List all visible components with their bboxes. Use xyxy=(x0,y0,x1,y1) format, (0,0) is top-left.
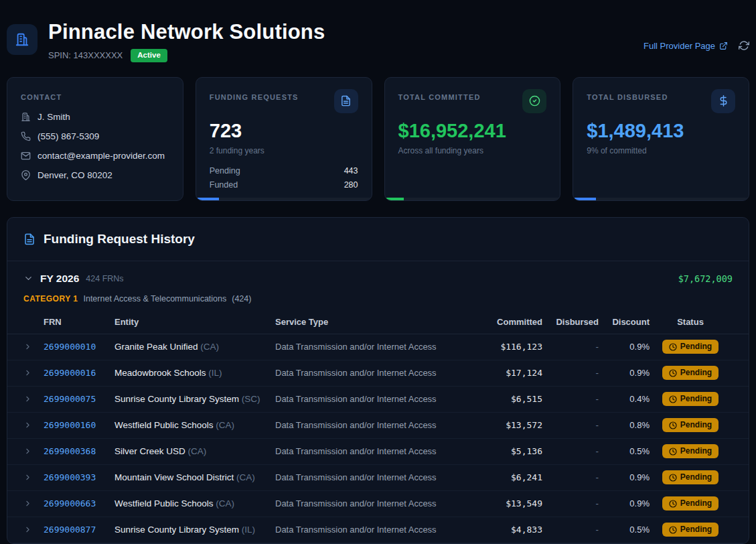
discount-cell: 0.5% xyxy=(599,525,650,535)
service-type-cell: Data Transmission and/or Internet Access xyxy=(275,394,474,404)
pending-label: Pending xyxy=(210,166,240,176)
disbursed-cell: - xyxy=(542,368,599,378)
contact-email: contact@example-provider.com xyxy=(37,151,165,161)
frn-link[interactable]: 2699000010 xyxy=(44,342,115,352)
provider-dashboard: Pinnacle Network Solutions SPIN: 143XXXX… xyxy=(0,0,756,544)
col-header-frn: FRN xyxy=(44,317,115,327)
table-row[interactable]: 2699000663 Westfield Public Schools (CA)… xyxy=(7,491,749,517)
table-row[interactable]: 2699000016 Meadowbrook Schools (IL) Data… xyxy=(7,360,749,387)
history-title: Funding Request History xyxy=(44,232,195,247)
entity-cell: Westfield Public Schools (CA) xyxy=(115,420,275,430)
check-circle-icon xyxy=(522,89,546,113)
chevron-down-icon[interactable] xyxy=(23,273,33,283)
total-committed-label: TOTAL COMMITTED xyxy=(398,89,481,101)
stat-cards: CONTACT J. Smith (555) 867-5309 contact@… xyxy=(7,77,749,201)
status-cell: Pending xyxy=(650,470,731,484)
chevron-right-icon[interactable] xyxy=(23,421,44,429)
frn-link[interactable]: 2699000393 xyxy=(44,472,115,482)
table-row[interactable]: 2699000075 Sunrise County Library System… xyxy=(7,387,749,413)
frn-link[interactable]: 2699000160 xyxy=(44,420,115,430)
table-row[interactable]: 2699000393 Mountain View School District… xyxy=(7,465,749,491)
funding-requests-card: FUNDING REQUESTS 723 2 funding years Pen… xyxy=(196,77,372,201)
spin-label: SPIN: 143XXXXXX xyxy=(48,50,123,60)
discount-cell: 0.9% xyxy=(599,472,650,482)
committed-cell: $17,124 xyxy=(474,368,542,378)
contact-phone-row: (555) 867-5309 xyxy=(21,131,169,141)
funding-requests-value: 723 xyxy=(210,120,358,142)
external-link-icon xyxy=(719,42,728,50)
fy-total: $7,672,009 xyxy=(678,273,733,284)
table-row[interactable]: 2699000368 Silver Creek USD (CA) Data Tr… xyxy=(7,439,749,465)
status-pill: Pending xyxy=(662,523,719,537)
title-block: Pinnacle Network Solutions SPIN: 143XXXX… xyxy=(48,20,325,62)
header-actions: Full Provider Page xyxy=(644,20,749,51)
pending-value: 443 xyxy=(344,166,358,176)
total-committed-value: $16,952,241 xyxy=(398,120,547,142)
header: Pinnacle Network Solutions SPIN: 143XXXX… xyxy=(7,0,749,62)
history-header: Funding Request History xyxy=(7,218,749,261)
committed-cell: $6,515 xyxy=(474,394,542,404)
contact-phone: (555) 867-5309 xyxy=(37,131,99,141)
disbursed-cell: - xyxy=(542,394,599,404)
chevron-right-icon[interactable] xyxy=(23,368,44,377)
disbursed-cell: - xyxy=(542,525,599,535)
chevron-right-icon[interactable] xyxy=(23,447,44,456)
status-badge: Active xyxy=(131,49,167,62)
total-committed-subtitle: Across all funding years xyxy=(398,146,547,155)
frn-link[interactable]: 2699000075 xyxy=(44,394,115,404)
chevron-right-icon[interactable] xyxy=(23,342,44,351)
funded-row: Funded 280 xyxy=(210,180,358,190)
chevron-right-icon[interactable] xyxy=(23,473,44,482)
total-disbursed-card: TOTAL DISBURSED $1,489,413 9% of committ… xyxy=(573,77,749,201)
fy-year-label: FY 2026 xyxy=(40,273,79,285)
discount-cell: 0.9% xyxy=(599,342,650,352)
chevron-right-icon[interactable] xyxy=(23,395,44,403)
full-provider-page-link[interactable]: Full Provider Page xyxy=(644,41,728,51)
clock-icon xyxy=(669,343,677,351)
entity-cell: Sunrise County Library System (SC) xyxy=(115,394,275,404)
clock-icon xyxy=(669,474,677,482)
contact-email-row: contact@example-provider.com xyxy=(21,151,169,161)
fy-group-toggle[interactable]: FY 2026 424 FRNs $7,672,009 xyxy=(7,261,749,290)
pending-row: Pending 443 xyxy=(210,166,358,176)
category-row: CATEGORY 1 Internet Access & Telecommuni… xyxy=(7,290,749,310)
disbursed-cell: - xyxy=(542,342,599,352)
document-icon xyxy=(23,233,35,245)
service-type-cell: Data Transmission and/or Internet Access xyxy=(275,420,474,430)
funding-requests-label: FUNDING REQUESTS xyxy=(210,89,299,101)
table-row[interactable]: 2699000010 Granite Peak Unified (CA) Dat… xyxy=(7,334,749,360)
category-description: Internet Access & Telecommunications xyxy=(83,294,226,303)
chevron-right-icon[interactable] xyxy=(23,525,44,534)
total-disbursed-label: TOTAL DISBURSED xyxy=(587,89,668,101)
status-pill: Pending xyxy=(662,392,719,406)
refresh-icon[interactable] xyxy=(739,40,749,51)
frn-link[interactable]: 2699000877 xyxy=(44,525,115,535)
table-row[interactable]: 2699000877 Sunrise County Library System… xyxy=(7,517,749,543)
phone-icon xyxy=(21,131,31,141)
entity-cell: Granite Peak Unified (CA) xyxy=(115,342,275,352)
entity-cell: Meadowbrook Schools (IL) xyxy=(115,368,275,378)
table-row[interactable]: 2699000160 Westfield Public Schools (CA)… xyxy=(7,413,749,439)
status-cell: Pending xyxy=(650,444,731,458)
page-title: Pinnacle Network Solutions xyxy=(48,20,325,44)
status-pill: Pending xyxy=(662,366,719,380)
fy-frn-count: 424 FRNs xyxy=(86,274,123,283)
entity-cell: Westfield Public Schools (CA) xyxy=(115,498,275,508)
col-header-committed: Committed xyxy=(474,317,542,327)
col-header-status: Status xyxy=(650,317,731,327)
progress-track xyxy=(573,198,749,200)
frn-link[interactable]: 2699000016 xyxy=(44,368,115,378)
category-count: (424) xyxy=(232,294,251,303)
entity-cell: Silver Creek USD (CA) xyxy=(115,446,275,456)
frn-link[interactable]: 2699000663 xyxy=(44,498,115,508)
discount-cell: 0.9% xyxy=(599,368,650,378)
service-type-cell: Data Transmission and/or Internet Access xyxy=(275,446,474,456)
col-header-entity: Entity xyxy=(115,317,275,327)
clock-icon xyxy=(669,421,677,429)
total-disbursed-subtitle: 9% of committed xyxy=(587,146,735,155)
status-pill: Pending xyxy=(662,418,719,432)
service-type-cell: Data Transmission and/or Internet Access xyxy=(275,342,474,352)
chevron-right-icon[interactable] xyxy=(23,499,44,508)
full-provider-page-label: Full Provider Page xyxy=(644,41,715,51)
frn-link[interactable]: 2699000368 xyxy=(44,446,115,456)
